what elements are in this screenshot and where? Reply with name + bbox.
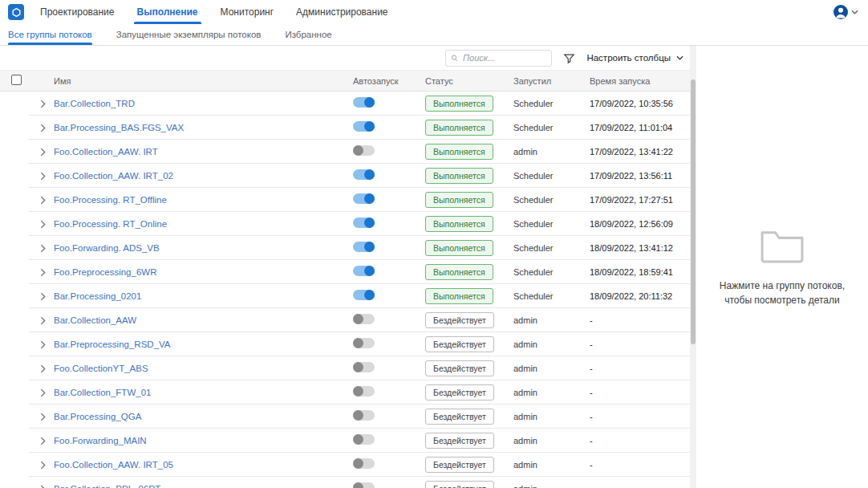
person-icon — [834, 5, 848, 19]
expand-chevron-icon[interactable] — [38, 314, 48, 327]
autostart-toggle[interactable] — [353, 266, 375, 276]
flow-group-name-link[interactable]: Foo.Forwarding. ADS_VB — [54, 243, 160, 253]
avatar[interactable] — [834, 5, 848, 19]
nav-item-execution[interactable]: Выполнение — [137, 0, 198, 24]
column-header-status[interactable]: Статус — [425, 76, 513, 86]
expand-chevron-icon[interactable] — [38, 218, 48, 231]
toggle-knob — [353, 362, 363, 372]
launch-time: - — [590, 484, 690, 488]
nav-item-design[interactable]: Проектирование — [40, 0, 115, 24]
table-row: Bar.Collection_PPL_06RT Бездействует adm… — [0, 477, 690, 488]
nav-item-administration[interactable]: Администрирование — [296, 0, 387, 24]
autostart-toggle[interactable] — [353, 218, 375, 228]
autostart-toggle[interactable] — [353, 338, 375, 348]
table-row: Foo.Processing. RT_Offline Выполняется S… — [0, 188, 690, 212]
tab-running-flow-instances[interactable]: Запущенные экземпляры потоков — [116, 24, 262, 45]
app-root: Проектирование Выполнение Мониторинг Адм… — [0, 0, 868, 488]
flow-group-name-link[interactable]: Foo.CollectionYT_ABS — [54, 364, 148, 373]
status-badge: Выполняется — [425, 96, 493, 112]
expand-chevron-icon[interactable] — [38, 290, 48, 303]
autostart-toggle[interactable] — [353, 121, 375, 132]
expand-chevron-icon[interactable] — [38, 482, 48, 488]
flow-group-name-link[interactable]: Bar.Collection_TRD — [54, 99, 135, 108]
search-box[interactable] — [445, 50, 552, 67]
expand-chevron-icon[interactable] — [38, 266, 48, 279]
expand-chevron-icon[interactable] — [38, 242, 48, 255]
search-input[interactable] — [463, 53, 546, 63]
expand-chevron-icon[interactable] — [38, 169, 48, 183]
filter-button[interactable] — [562, 51, 577, 66]
autostart-toggle[interactable] — [353, 386, 375, 396]
flow-group-name-link[interactable]: Bar.Processing_0201 — [54, 291, 141, 301]
autostart-toggle[interactable] — [353, 434, 375, 445]
autostart-toggle[interactable] — [353, 410, 375, 421]
table-row: Foo.Forwarding. ADS_VB Выполняется Sched… — [0, 236, 690, 260]
tab-all-flow-groups[interactable]: Все группы потоков — [8, 24, 92, 45]
expand-chevron-icon[interactable] — [38, 145, 48, 159]
column-header-launched-by[interactable]: Запустил — [513, 76, 590, 86]
configure-columns-button[interactable]: Настроить столбцы — [586, 53, 683, 63]
flow-group-name-link[interactable]: Bar.Processing_BAS.FGS_VAX — [54, 123, 184, 132]
table-row: Foo.Processing. RT_Online Выполняется Sc… — [0, 212, 690, 236]
launched-by: Scheduler — [513, 267, 590, 277]
expand-chevron-icon[interactable] — [38, 410, 48, 424]
column-header-name[interactable]: Имя — [54, 76, 353, 86]
tab-bar: Все группы потоков Запущенные экземпляры… — [0, 24, 868, 46]
flow-group-name-link[interactable]: Foo.Collection_AAW. IRT_05 — [54, 460, 173, 470]
user-menu[interactable] — [834, 5, 858, 19]
flow-group-name-link[interactable]: Bar.Collection_AAW — [54, 315, 136, 325]
search-icon — [451, 54, 459, 63]
expand-chevron-icon[interactable] — [38, 362, 48, 376]
autostart-toggle[interactable] — [353, 362, 375, 372]
autostart-toggle[interactable] — [353, 145, 375, 156]
expand-chevron-icon[interactable] — [38, 458, 48, 472]
flow-group-name-link[interactable]: Foo.Preprocessing_6WR — [54, 267, 156, 277]
select-all-checkbox[interactable] — [11, 75, 22, 85]
toggle-knob — [353, 145, 363, 156]
expand-chevron-icon[interactable] — [38, 193, 48, 207]
autostart-toggle[interactable] — [353, 97, 375, 108]
launch-time: 17/09/2022, 13:56:11 — [590, 171, 690, 181]
launch-time: 17/09/2022, 11:01:04 — [590, 123, 690, 132]
nav-item-monitoring[interactable]: Мониторинг — [221, 0, 274, 24]
column-header-autostart[interactable]: Автозапуск — [353, 76, 425, 86]
tab-favorites[interactable]: Избранное — [285, 24, 331, 45]
autostart-toggle[interactable] — [353, 458, 375, 469]
expand-chevron-icon[interactable] — [38, 97, 48, 111]
status-badge: Выполняется — [425, 168, 493, 185]
flow-group-name-link[interactable]: Foo.Collection_AAW. IRT — [54, 147, 158, 157]
table-row: Foo.Preprocessing_6WR Выполняется Schedu… — [0, 260, 690, 284]
launch-time: 18/09/2022, 18:59:41 — [590, 267, 690, 277]
flow-group-name-link[interactable]: Bar.Collection_FTW_01 — [54, 388, 151, 397]
scrollbar-thumb[interactable] — [691, 79, 696, 344]
flow-group-name-link[interactable]: Foo.Processing. RT_Online — [54, 219, 167, 229]
autostart-toggle[interactable] — [353, 482, 375, 488]
app-logo[interactable] — [8, 4, 24, 20]
autostart-toggle[interactable] — [353, 290, 375, 300]
table-row: Bar.Preprocessing_RSD_VA Бездействует ad… — [0, 332, 690, 356]
empty-state-line-2: чтобы посмотреть детали — [720, 293, 845, 307]
flow-group-name-link[interactable]: Bar.Preprocessing_RSD_VA — [54, 340, 171, 349]
autostart-toggle[interactable] — [353, 242, 375, 252]
expand-chevron-icon[interactable] — [38, 121, 48, 135]
expand-chevron-icon[interactable] — [38, 386, 48, 400]
folder-icon — [757, 226, 807, 266]
toggle-knob — [364, 121, 375, 132]
autostart-toggle[interactable] — [353, 193, 375, 204]
expand-chevron-icon[interactable] — [38, 338, 48, 352]
table-row: Foo.Collection_AAW. IRT_05 Бездействует … — [0, 453, 690, 477]
flow-group-name-link[interactable]: Foo.Forwarding_MAIN — [54, 436, 147, 445]
flow-group-name-link[interactable]: Foo.Collection_AAW. IRT_02 — [54, 171, 173, 181]
table-header-row: Имя Автозапуск Статус Запустил Время зап… — [0, 70, 690, 92]
column-header-launch-time[interactable]: Время запуска — [590, 76, 694, 86]
launch-time: 17/09/2022, 13:41:22 — [590, 147, 690, 157]
flow-group-name-link[interactable]: Bar.Processing_QGA — [54, 412, 141, 421]
autostart-toggle[interactable] — [353, 169, 375, 180]
expand-chevron-icon[interactable] — [38, 434, 48, 448]
flow-group-name-link[interactable]: Bar.Collection_PPL_06RT — [54, 484, 160, 488]
flow-group-name-link[interactable]: Foo.Processing. RT_Offline — [54, 195, 167, 205]
launched-by: admin — [513, 436, 590, 445]
launched-by: Scheduler — [513, 219, 590, 229]
autostart-toggle[interactable] — [353, 314, 375, 324]
vertical-scrollbar[interactable] — [690, 46, 696, 488]
